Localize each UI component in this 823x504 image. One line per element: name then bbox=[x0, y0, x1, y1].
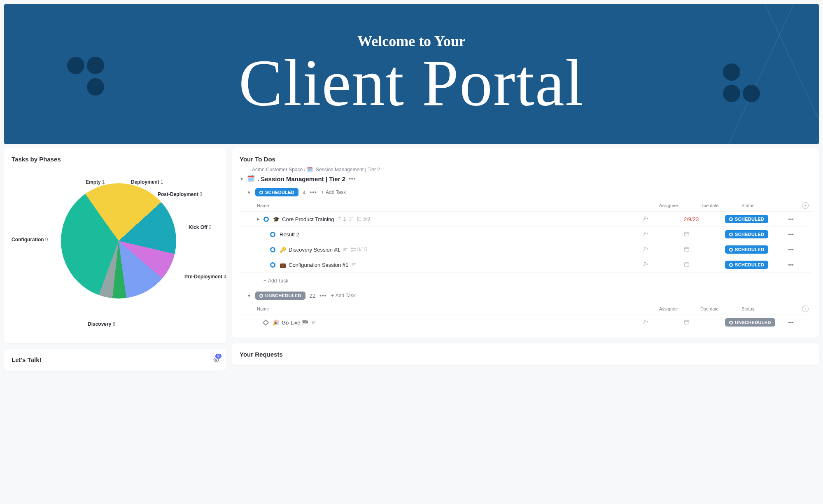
task-status-cell[interactable]: SCHEDULED bbox=[725, 215, 783, 223]
column-header-due[interactable]: Due date bbox=[700, 203, 741, 208]
group-more-menu[interactable]: ••• bbox=[310, 189, 317, 196]
breadcrumb[interactable]: Acme Customer Space / 🗓️. Session Manage… bbox=[252, 167, 811, 173]
svg-rect-38 bbox=[685, 262, 689, 266]
your-todos-title: Your To Dos bbox=[240, 156, 811, 163]
task-status-cell[interactable]: SCHEDULED bbox=[725, 245, 783, 254]
task-status-cell[interactable]: SCHEDULED bbox=[725, 230, 783, 238]
pie-label-empty: Empty1 bbox=[86, 179, 105, 185]
subtask-count-icon: 1 bbox=[336, 216, 346, 222]
svg-rect-22 bbox=[352, 250, 352, 251]
task-emoji-icon: 💼 bbox=[280, 262, 286, 268]
task-status-icon[interactable] bbox=[270, 262, 275, 268]
task-status-cell[interactable]: UNSCHEDULED bbox=[725, 318, 783, 327]
task-due-cell[interactable]: 2/9/23 bbox=[684, 216, 725, 222]
svg-point-0 bbox=[215, 359, 217, 361]
group-collapse-caret[interactable]: ▼ bbox=[247, 294, 251, 298]
task-name[interactable]: 🎓Core Product Training15/9 bbox=[273, 216, 643, 222]
lets-talk-title: Let's Talk! bbox=[12, 356, 41, 363]
task-more-menu[interactable]: ••• bbox=[783, 231, 799, 238]
pie-chart-container: Configuration9 Discovery6 Pre-Deployment… bbox=[12, 167, 219, 336]
task-name[interactable]: 💼Configuration Session #1 bbox=[280, 262, 643, 268]
task-status-icon[interactable] bbox=[270, 232, 275, 237]
section-title[interactable]: 🗓️ . Session Management | Tier 2 bbox=[247, 175, 345, 182]
svg-rect-5 bbox=[357, 220, 358, 221]
task-due-cell[interactable] bbox=[684, 261, 725, 268]
assignee-add-icon bbox=[643, 246, 648, 252]
assignee-add-icon bbox=[643, 231, 648, 237]
progress-icon: 5/9 bbox=[357, 216, 370, 222]
progress-icon: 0/15 bbox=[351, 247, 367, 252]
group-collapse-caret[interactable]: ▼ bbox=[247, 190, 251, 195]
calendar-icon bbox=[684, 261, 690, 267]
task-row[interactable]: 💼Configuration Session #1SCHEDULED••• bbox=[240, 257, 811, 273]
task-assignee-cell[interactable] bbox=[643, 216, 684, 223]
svg-rect-28 bbox=[685, 247, 689, 251]
task-status-icon[interactable] bbox=[270, 247, 275, 252]
task-more-menu[interactable]: ••• bbox=[783, 216, 799, 222]
lets-talk-panel: Let's Talk! 9 bbox=[4, 349, 226, 371]
column-header-status[interactable]: Status bbox=[741, 203, 799, 208]
task-emoji-icon: 🔑 bbox=[280, 247, 286, 253]
add-task-inline-button[interactable]: +Add Task bbox=[263, 278, 288, 284]
group-status-pill[interactable]: UNSCHEDULED bbox=[255, 292, 305, 300]
description-icon bbox=[311, 320, 317, 325]
column-header-status[interactable]: Status bbox=[741, 306, 799, 311]
task-row[interactable]: 🎉Go-Live 🏁UNSCHEDULED••• bbox=[240, 315, 811, 330]
assignee-add-icon bbox=[643, 261, 648, 267]
description-icon bbox=[351, 262, 357, 268]
group-count: 4 bbox=[303, 189, 305, 196]
task-due-cell[interactable] bbox=[684, 231, 725, 238]
task-assignee-cell[interactable] bbox=[643, 319, 684, 326]
pie-label-configuration: Configuration9 bbox=[12, 237, 48, 243]
add-column-button[interactable]: + bbox=[799, 306, 811, 312]
add-column-button[interactable]: + bbox=[799, 202, 811, 209]
add-task-button[interactable]: +Add Task bbox=[321, 189, 346, 195]
section-collapse-caret[interactable]: ▼ bbox=[240, 177, 244, 181]
task-more-menu[interactable]: ••• bbox=[783, 247, 799, 253]
column-header-assignee[interactable]: Assignee bbox=[659, 306, 700, 311]
task-emoji-icon: 🎓 bbox=[273, 216, 280, 222]
section-more-menu[interactable]: ••• bbox=[349, 175, 356, 182]
tasks-by-phases-panel: Tasks by Phases Configuration9 Discovery… bbox=[4, 148, 226, 343]
task-name[interactable]: 🔑Discovery Session #10/15 bbox=[280, 247, 643, 253]
group-count: 22 bbox=[310, 293, 315, 299]
task-expand-caret[interactable]: ▶ bbox=[257, 217, 261, 221]
calendar-icon bbox=[684, 246, 690, 252]
your-requests-title: Your Requests bbox=[240, 351, 811, 358]
task-assignee-cell[interactable] bbox=[643, 246, 684, 253]
svg-point-11 bbox=[644, 232, 646, 234]
task-due-cell[interactable] bbox=[684, 246, 725, 253]
assignee-add-icon bbox=[643, 319, 648, 325]
task-row[interactable]: Result 2SCHEDULED••• bbox=[240, 227, 811, 242]
column-header-assignee[interactable]: Assignee bbox=[659, 203, 700, 208]
pie-chart[interactable] bbox=[61, 183, 176, 299]
group-status-pill[interactable]: SCHEDULED bbox=[255, 188, 298, 196]
task-row[interactable]: ▶🎓Core Product Training15/92/9/23SCHEDUL… bbox=[240, 212, 811, 227]
view-count-badge[interactable]: 9 bbox=[213, 357, 219, 363]
task-more-menu[interactable]: ••• bbox=[783, 262, 799, 268]
pie-label-predeployment: Pre-Deployment4 bbox=[184, 274, 226, 280]
task-status-icon[interactable] bbox=[263, 319, 269, 326]
pie-label-kickoff: Kick Off2 bbox=[189, 224, 212, 230]
svg-point-45 bbox=[644, 320, 646, 322]
group-more-menu[interactable]: ••• bbox=[319, 292, 327, 299]
task-status-icon[interactable] bbox=[263, 217, 269, 222]
task-more-menu[interactable]: ••• bbox=[783, 320, 799, 326]
column-header-name[interactable]: Name bbox=[257, 203, 659, 208]
task-status-cell[interactable]: SCHEDULED bbox=[725, 261, 783, 269]
task-row[interactable]: 🔑Discovery Session #10/15SCHEDULED••• bbox=[240, 242, 811, 257]
decorative-dots-left bbox=[66, 56, 105, 98]
column-header-name[interactable]: Name bbox=[257, 306, 659, 311]
task-assignee-cell[interactable] bbox=[643, 231, 684, 238]
column-header-due[interactable]: Due date bbox=[700, 306, 741, 311]
add-task-button[interactable]: +Add Task bbox=[331, 293, 356, 299]
banner-title: Client Portal bbox=[239, 50, 584, 116]
task-due-cell[interactable] bbox=[684, 319, 725, 326]
task-assignee-cell[interactable] bbox=[643, 261, 684, 268]
task-name[interactable]: Result 2 bbox=[280, 231, 643, 238]
task-emoji-icon: 🎉 bbox=[273, 320, 279, 326]
task-name[interactable]: 🎉Go-Live 🏁 bbox=[273, 320, 643, 326]
svg-rect-14 bbox=[685, 232, 689, 236]
your-todos-panel: Your To Dos Acme Customer Space / 🗓️. Se… bbox=[232, 148, 819, 338]
your-requests-panel: Your Requests bbox=[232, 343, 819, 365]
